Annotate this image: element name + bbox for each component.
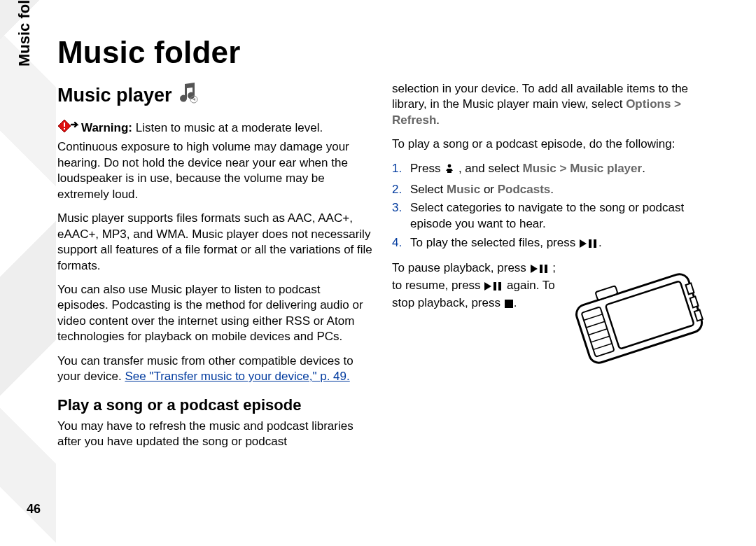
svg-rect-21 — [498, 282, 501, 290]
section-heading-music-player: Music player — [57, 81, 374, 110]
warning-label: Warning: — [81, 121, 132, 134]
play-pause-icon — [484, 280, 503, 295]
warning-icon — [57, 118, 78, 139]
body-paragraph: Music player supports files formats such… — [57, 211, 374, 274]
body-paragraph: To play a song or a podcast episode, do … — [392, 136, 708, 152]
svg-rect-4 — [589, 239, 592, 248]
step-item: Press , and select Music > Music player. — [392, 161, 708, 179]
step-text: . — [642, 162, 645, 175]
subsection-heading: Play a song or a podcast episode — [57, 396, 374, 414]
play-pause-icon — [579, 237, 598, 253]
svg-rect-20 — [493, 282, 496, 290]
step-text: To play the selected files, press — [410, 236, 579, 249]
step-text: Select — [410, 183, 447, 196]
body-paragraph: You can also use Music player to listen … — [57, 282, 374, 345]
section-heading-text: Music player — [57, 85, 172, 106]
svg-rect-2 — [64, 128, 65, 130]
menu-path: Podcasts — [498, 183, 551, 196]
svg-rect-19 — [545, 265, 547, 273]
step-item: Select Music or Podcasts. — [392, 182, 708, 198]
svg-point-3 — [448, 164, 451, 167]
play-pause-icon — [530, 262, 550, 278]
background-decoration — [0, 0, 56, 546]
sidebar-section-label: Music folder — [15, 0, 34, 66]
step-item: Select categories to navigate to the son… — [392, 200, 708, 232]
page-title: Music folder — [57, 35, 729, 70]
step-text: Press — [410, 162, 444, 175]
warning-paragraph: Warning: Listen to music at a moderate l… — [57, 118, 374, 202]
menu-path: Music — [447, 183, 480, 196]
music-note-icon — [176, 81, 200, 110]
body-text: To pause playback, press — [392, 261, 530, 274]
svg-rect-18 — [540, 265, 542, 273]
svg-rect-7 — [606, 281, 694, 349]
step-text: . — [598, 236, 602, 249]
step-text: or — [480, 183, 498, 196]
two-column-layout: Music player Wa — [57, 81, 729, 458]
body-text: . — [514, 296, 517, 309]
column-right: selection in your device. To add all ava… — [392, 81, 708, 458]
numbered-steps: Press , and select Music > Music player.… — [392, 161, 708, 253]
device-illustration — [561, 262, 708, 381]
body-text: . — [436, 113, 440, 127]
column-left: Music player Wa — [57, 81, 374, 458]
cross-reference-link[interactable]: See "Transfer music to your device," p. … — [125, 370, 349, 383]
page-number: 46 — [27, 502, 41, 517]
step-text: . — [550, 183, 554, 196]
step-item: To play the selected files, press . — [392, 235, 708, 253]
svg-rect-5 — [594, 239, 596, 248]
playback-controls-paragraph-wrap: To pause playback, press ; to resume, pr… — [392, 260, 708, 384]
body-paragraph: You can transfer music from other compat… — [57, 354, 374, 385]
menu-path: Music > Music player — [523, 162, 643, 175]
svg-rect-22 — [505, 300, 513, 308]
step-text: , and select — [455, 162, 522, 175]
body-paragraph: selection in your device. To add all ava… — [392, 81, 708, 128]
svg-rect-1 — [64, 122, 65, 127]
page-content: Music folder Music player — [57, 25, 729, 529]
menu-key-icon — [444, 163, 455, 179]
stop-icon — [504, 298, 514, 313]
body-paragraph: You may have to refresh the music and po… — [57, 419, 374, 450]
